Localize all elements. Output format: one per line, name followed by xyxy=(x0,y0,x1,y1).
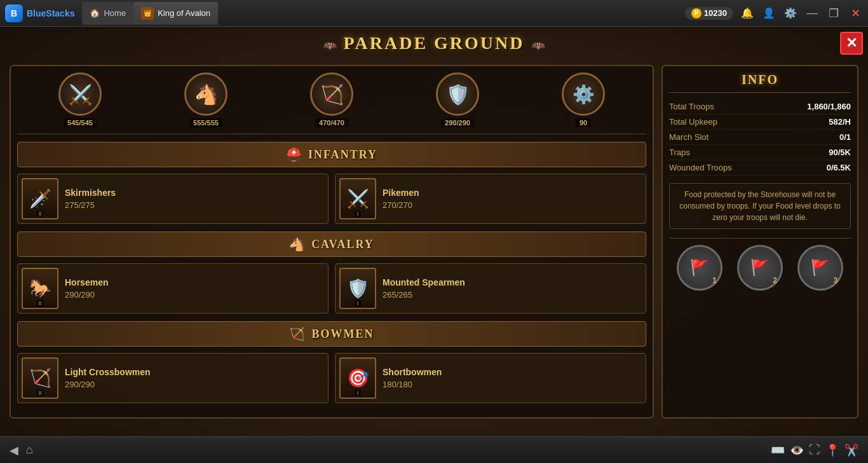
bluestacks-icon: B xyxy=(5,4,23,22)
shortbowmen-name: Shortbowmen xyxy=(383,367,442,377)
bat-right-icon: 🦇 xyxy=(531,39,545,53)
flag-icon-1: 🚩 xyxy=(690,259,709,277)
flag-icon-3: 🚩 xyxy=(811,259,830,277)
skirmishers-portrait: 🗡️ II xyxy=(22,178,58,219)
skirmishers-count: 275/275 xyxy=(65,200,116,210)
skirmishers-tier: II xyxy=(36,211,43,217)
wounded-troops-row: Wounded Troops 0/6.5K xyxy=(669,160,851,176)
march-slot-row: March Slot 0/1 xyxy=(669,130,851,145)
bowmen-title: BOWMEN xyxy=(311,328,374,341)
parade-title: PARADE GROUND xyxy=(343,33,524,53)
unit-icon-bowmen[interactable]: 🏹 470/470 xyxy=(310,73,353,127)
panels-row: ⚔️ 545/545 🐴 555/555 🏹 47 xyxy=(10,65,858,418)
title-area: 🦇 PARADE GROUND 🦇 xyxy=(10,33,858,59)
taskbar: B BlueStacks 🏠 Home 👑 King of Avalon P 1… xyxy=(0,0,868,27)
close-window-button[interactable]: ✕ xyxy=(848,6,863,21)
skirmishers-info: Skirmishers 275/275 xyxy=(65,188,116,210)
home-tab[interactable]: 🏠 Home xyxy=(82,2,133,25)
march-slot-label: March Slot xyxy=(669,132,709,142)
game-area: ✕ 🦇 PARADE GROUND 🦇 ⚔️ 545/545 xyxy=(0,27,868,463)
infantry-troop-row: 🗡️ II Skirmishers 275/275 ⚔️ I xyxy=(17,174,646,224)
bowmen-troop-row: 🏹 II Light Crossbowmen 290/290 🎯 I xyxy=(17,353,646,403)
maximize-button[interactable]: ❐ xyxy=(826,6,841,21)
taskbar-right: P 10230 🔔 👤 ⚙️ — ❐ ✕ xyxy=(685,6,863,21)
profile-icon[interactable]: 👤 xyxy=(761,6,776,21)
shortbowmen-tier: I xyxy=(355,390,361,396)
game-tab[interactable]: 👑 King of Avalon xyxy=(133,2,218,25)
flag-button-1[interactable]: 🚩 1 xyxy=(677,245,722,291)
unit-circle-traps: ⚙️ xyxy=(562,73,605,116)
pikemen-portrait: ⚔️ I xyxy=(339,178,376,219)
pikemen-count: 270/270 xyxy=(383,200,419,210)
info-panel: INFO Total Troops 1,860/1,860 Total Upke… xyxy=(661,65,858,418)
app-name: BlueStacks xyxy=(27,8,74,18)
horsemen-name: Horsemen xyxy=(65,277,108,287)
unit-icon-cavalry[interactable]: 🐴 555/555 xyxy=(184,73,227,127)
game-tab-icon: 👑 xyxy=(141,7,154,20)
cavalry-title: CAVALRY xyxy=(311,238,374,251)
pikemen-card[interactable]: ⚔️ I Pikemen 270/270 xyxy=(335,174,646,224)
unit-count-siege: 290/290 xyxy=(441,118,474,127)
shortbowmen-portrait: 🎯 I xyxy=(339,357,376,399)
settings-icon[interactable]: ⚙️ xyxy=(783,6,798,21)
unit-icon-siege[interactable]: 🛡️ 290/290 xyxy=(436,73,479,127)
light-crossbowmen-card[interactable]: 🏹 II Light Crossbowmen 290/290 xyxy=(17,353,329,403)
minimize-button[interactable]: — xyxy=(804,6,820,21)
unit-count-infantry: 545/545 xyxy=(64,118,97,127)
unit-count-traps: 90 xyxy=(576,118,591,127)
total-upkeep-row: Total Upkeep 582/H xyxy=(669,114,851,130)
unit-circle-bowmen: 🏹 xyxy=(310,73,353,116)
flag-num-1: 1 xyxy=(712,276,717,285)
flag-num-3: 3 xyxy=(834,276,838,285)
pikemen-info: Pikemen 270/270 xyxy=(383,188,419,210)
flag-num-2: 2 xyxy=(773,276,777,285)
traps-value: 90/5K xyxy=(829,148,851,157)
cavalry-troop-row: 🐎 II Horsemen 290/290 🛡️ I xyxy=(17,263,646,314)
close-parade-button[interactable]: ✕ xyxy=(840,32,863,55)
horsemen-card[interactable]: 🐎 II Horsemen 290/290 xyxy=(17,263,329,314)
flag-button-2[interactable]: 🚩 2 xyxy=(737,245,783,291)
horsemen-count: 290/290 xyxy=(65,290,108,300)
skirmishers-card[interactable]: 🗡️ II Skirmishers 275/275 xyxy=(17,174,329,224)
unit-icons-row: ⚔️ 545/545 🐴 555/555 🏹 47 xyxy=(17,73,646,134)
left-panel: ⚔️ 545/545 🐴 555/555 🏹 47 xyxy=(10,65,654,418)
pikemen-name: Pikemen xyxy=(383,188,419,198)
total-troops-label: Total Troops xyxy=(669,102,714,111)
light-crossbowmen-name: Light Crossbowmen xyxy=(65,367,151,377)
shortbowmen-count: 180/180 xyxy=(383,380,442,389)
unit-icon-traps[interactable]: ⚙️ 90 xyxy=(562,73,605,127)
mounted-spearmen-card[interactable]: 🛡️ I Mounted Spearmen 265/265 xyxy=(335,263,646,314)
cavalry-icon: 🐴 xyxy=(289,237,305,252)
flag-icon-2: 🚩 xyxy=(750,259,770,277)
unit-circle-infantry: ⚔️ xyxy=(58,73,102,116)
flag-button-3[interactable]: 🚩 3 xyxy=(797,245,843,291)
info-title: INFO xyxy=(669,73,851,93)
total-troops-row: Total Troops 1,860/1,860 xyxy=(669,99,851,114)
shortbowmen-info: Shortbowmen 180/180 xyxy=(383,367,442,389)
mounted-spearmen-info: Mounted Spearmen 265/265 xyxy=(383,277,465,300)
total-upkeep-value: 582/H xyxy=(829,117,851,127)
light-crossbowmen-count: 290/290 xyxy=(65,380,151,389)
game-tab-label: King of Avalon xyxy=(158,8,210,18)
infantry-header: ⛑️ INFANTRY xyxy=(17,142,646,167)
unit-icon-infantry[interactable]: ⚔️ 545/545 xyxy=(58,73,102,127)
notification-bell[interactable]: 🔔 xyxy=(740,6,755,21)
traps-label: Traps xyxy=(669,148,690,157)
shortbowmen-card[interactable]: 🎯 I Shortbowmen 180/180 xyxy=(335,353,646,403)
mounted-spearmen-count: 265/265 xyxy=(383,290,465,300)
light-crossbowmen-tier: II xyxy=(36,390,43,396)
horsemen-tier: II xyxy=(36,300,43,307)
light-crossbowmen-info: Light Crossbowmen 290/290 xyxy=(65,367,151,389)
skirmishers-name: Skirmishers xyxy=(65,188,116,198)
wounded-troops-label: Wounded Troops xyxy=(669,163,732,172)
app-logo: B BlueStacks xyxy=(5,4,74,22)
mounted-spearmen-name: Mounted Spearmen xyxy=(383,277,465,287)
coin-icon: P xyxy=(691,8,702,18)
horsemen-info: Horsemen 290/290 xyxy=(65,277,108,300)
unit-circle-cavalry: 🐴 xyxy=(184,73,227,116)
cavalry-header: 🐴 CAVALRY xyxy=(17,232,646,257)
pikemen-tier: I xyxy=(355,211,361,217)
coins-amount: 10230 xyxy=(704,8,727,18)
total-troops-value: 1,860/1,860 xyxy=(807,102,851,111)
bowmen-header: 🏹 BOWMEN xyxy=(17,321,646,347)
